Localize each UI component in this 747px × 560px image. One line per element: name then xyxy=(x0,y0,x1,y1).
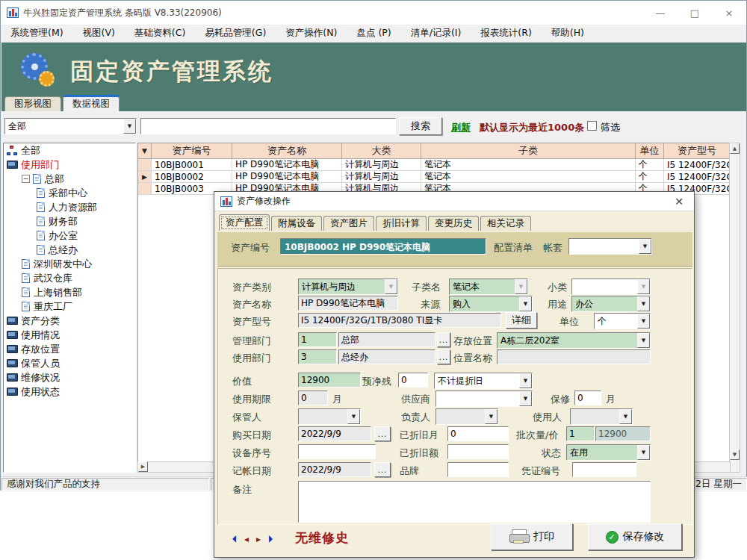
tree-item-repair[interactable]: 维修状况 xyxy=(4,370,135,385)
tab-graph-view[interactable]: 图形视图 xyxy=(4,96,61,111)
chevron-down-icon[interactable]: ▼ xyxy=(619,409,632,424)
save-button[interactable]: ✓ 保存修改 xyxy=(588,523,682,550)
tree-item-status[interactable]: 使用状态 xyxy=(4,385,135,399)
tree-item-location[interactable]: 存放位置 xyxy=(4,342,135,356)
remark-textarea[interactable] xyxy=(298,481,651,523)
detail-button[interactable]: 详细 xyxy=(506,312,537,329)
scroll-down-icon[interactable]: ▼ xyxy=(730,449,740,460)
book-date-input[interactable] xyxy=(298,462,371,477)
batch-price-input[interactable] xyxy=(595,426,651,441)
menu-inventory[interactable]: 盘点 (P) xyxy=(347,25,400,42)
tab-attachments[interactable]: 附属设备 xyxy=(271,216,322,231)
supplier-select[interactable]: ▼ xyxy=(436,391,533,405)
menu-help[interactable]: 帮助(H) xyxy=(542,25,594,42)
usage-select[interactable]: 办公▼ xyxy=(571,296,651,311)
chevron-down-icon[interactable]: ▼ xyxy=(637,445,650,460)
col-unit[interactable]: 单位 xyxy=(636,143,664,158)
table-row-current[interactable]: ▶ 10BJB0002 HP D990笔记本电脑 计算机与周边 笔记本 个 I5… xyxy=(138,171,730,183)
tab-asset-config[interactable]: 资产配置 xyxy=(219,214,270,231)
location-name-input[interactable] xyxy=(497,349,651,364)
tree-item-finance[interactable]: 财务部 xyxy=(4,214,135,228)
tree-item-shanghai[interactable]: 上海销售部 xyxy=(4,285,135,299)
tree-item-keeper[interactable]: 保管人员 xyxy=(4,356,135,370)
tree-item-asset-class[interactable]: 资产分类 xyxy=(4,314,135,328)
status-select[interactable]: 在用▼ xyxy=(566,444,651,459)
print-button[interactable]: 打印 xyxy=(491,523,573,550)
config-list-label[interactable]: 配置清单 xyxy=(494,241,533,255)
table-row[interactable]: 10BJB0001 HP D990笔记本电脑 计算机与周边 笔记本 个 I5 1… xyxy=(138,159,730,171)
subcategory-select[interactable]: 笔记本▼ xyxy=(449,279,528,293)
depr-amount-input[interactable] xyxy=(447,444,509,459)
menu-view[interactable]: 视图(V) xyxy=(73,25,125,42)
value-input[interactable] xyxy=(298,373,361,388)
col-asset-name[interactable]: 资产名称 xyxy=(232,143,342,158)
source-select[interactable]: 购入▼ xyxy=(449,296,533,311)
tab-data-view[interactable]: 数据视图 xyxy=(63,95,120,111)
chevron-down-icon[interactable]: ▼ xyxy=(637,333,650,348)
use-dept-code-input[interactable] xyxy=(298,349,337,364)
depreciation-method-select[interactable]: 不计提折旧▼ xyxy=(434,373,533,388)
tree-item-use-dept[interactable]: 使用部门 xyxy=(4,158,135,172)
chevron-down-icon[interactable]: ▼ xyxy=(347,409,360,424)
account-set-select[interactable]: ▼ xyxy=(568,238,652,253)
minor-class-select[interactable]: ▼ xyxy=(571,279,651,293)
asset-name-input[interactable] xyxy=(298,296,398,311)
tab-asset-photo[interactable]: 资产图片 xyxy=(323,216,374,231)
depr-months-input[interactable] xyxy=(447,426,509,441)
tree-item-purchasing[interactable]: 采部中心 xyxy=(4,186,135,200)
col-asset-code[interactable]: 资产编号 xyxy=(152,143,232,158)
chevron-down-icon[interactable]: ▼ xyxy=(637,296,650,311)
mgmt-dept-name-input[interactable] xyxy=(338,332,436,347)
location-select[interactable]: A栋二层202室▼ xyxy=(497,332,651,347)
tree-item-all[interactable]: 全部 xyxy=(4,143,135,158)
warranty-input[interactable] xyxy=(574,391,601,405)
tree-item-shenzhen[interactable]: 深圳研发中心 xyxy=(4,257,135,271)
charge-select[interactable]: ▼ xyxy=(436,408,498,423)
maximize-button[interactable]: □ xyxy=(678,1,712,25)
menu-asset-ops[interactable]: 资产操作(N) xyxy=(276,25,347,42)
chevron-down-icon[interactable]: ▼ xyxy=(123,119,136,134)
close-button[interactable]: × xyxy=(712,1,746,25)
refresh-link[interactable]: 刷新 xyxy=(451,121,471,134)
menu-consumables[interactable]: 易耗品管理(G) xyxy=(195,25,276,42)
unit-select[interactable]: 个▼ xyxy=(594,313,651,328)
next-record-icon[interactable]: ▸ xyxy=(256,534,261,544)
tab-change-history[interactable]: 变更历史 xyxy=(428,216,479,231)
model-input[interactable] xyxy=(298,313,501,328)
brand-input[interactable] xyxy=(447,462,509,477)
mgmt-dept-picker-button[interactable]: ... xyxy=(437,332,450,347)
chevron-down-icon[interactable]: ▼ xyxy=(485,409,498,424)
period-input[interactable] xyxy=(298,391,328,405)
tab-depreciation[interactable]: 折旧计算 xyxy=(376,216,427,231)
voucher-input[interactable] xyxy=(572,462,636,477)
search-input[interactable] xyxy=(140,118,396,134)
col-category[interactable]: 大类 xyxy=(342,143,421,158)
vertical-scrollbar[interactable]: ▲ ▼ xyxy=(729,143,740,473)
col-model[interactable]: 资产型号 xyxy=(664,143,730,158)
col-subcategory[interactable]: 子类 xyxy=(421,143,636,158)
scope-select[interactable]: 全部 ▼ xyxy=(4,118,137,134)
tree-item-hr[interactable]: 人力资源部 xyxy=(4,200,135,214)
chevron-down-icon[interactable]: ▼ xyxy=(639,239,651,254)
keeper-select[interactable]: ▼ xyxy=(298,408,361,423)
use-dept-picker-button[interactable]: ... xyxy=(437,349,450,364)
chevron-down-icon[interactable]: ▼ xyxy=(637,314,650,329)
use-dept-name-input[interactable] xyxy=(338,349,436,364)
header-filter-icon[interactable]: ▼ xyxy=(138,143,152,158)
tree-item-wuhan[interactable]: 武汉仓库 xyxy=(4,271,135,285)
tree-item-hq[interactable]: −总部 xyxy=(4,172,135,186)
scroll-up-icon[interactable]: ▲ xyxy=(730,143,740,154)
tab-related-records[interactable]: 相关记录 xyxy=(480,216,531,231)
menu-lists[interactable]: 清单/记录(I) xyxy=(401,25,471,42)
buy-date-picker-button[interactable]: ... xyxy=(374,426,391,441)
tree-item-gm-office[interactable]: 总经办 xyxy=(4,243,135,257)
chevron-down-icon[interactable]: ▼ xyxy=(519,373,532,388)
menu-system[interactable]: 系统管理(M) xyxy=(1,25,73,42)
serial-input[interactable] xyxy=(298,444,376,459)
category-select[interactable]: 计算机与周边▼ xyxy=(298,279,398,293)
collapse-icon[interactable]: − xyxy=(22,175,30,183)
prev-record-icon[interactable]: ◂ xyxy=(244,534,249,544)
tree-item-chongqing[interactable]: 重庆工厂 xyxy=(4,299,135,314)
residual-input[interactable] xyxy=(398,373,428,388)
menu-reports[interactable]: 报表统计(R) xyxy=(471,25,541,42)
